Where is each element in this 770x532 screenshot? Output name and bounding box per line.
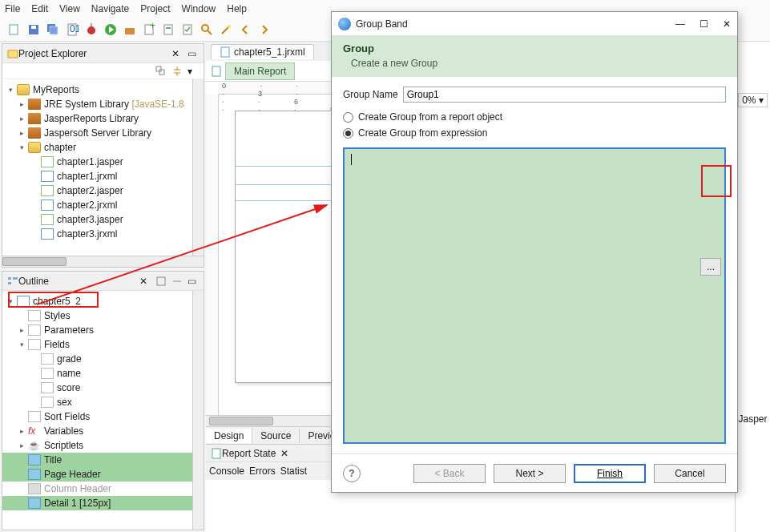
zoom-field[interactable]: 0% ▾ [738, 93, 768, 107]
outline-field-item[interactable]: score [2, 381, 204, 395]
scrollbar-horizontal[interactable] [2, 256, 204, 267]
band-icon [28, 469, 41, 480]
menu-view[interactable]: View [59, 3, 80, 14]
close-tab-icon[interactable]: ✕ [171, 48, 179, 59]
radio-expression[interactable]: Create Group from expression [343, 127, 726, 139]
svg-rect-4 [50, 26, 58, 34]
node-label: grade [57, 353, 82, 365]
outline-field-item[interactable]: grade [2, 352, 204, 366]
run-icon[interactable] [104, 23, 117, 36]
maximize-window-icon[interactable]: ☐ [699, 18, 708, 30]
subtab-console[interactable]: Console [209, 466, 244, 477]
outline-field-item[interactable]: sex [2, 395, 204, 409]
outline-action-2-icon[interactable] [171, 276, 183, 287]
collapse-all-icon[interactable] [155, 66, 167, 77]
menu-edit[interactable]: Edit [31, 3, 48, 14]
back-icon[interactable] [239, 23, 252, 36]
main-report-button[interactable]: Main Report [225, 62, 295, 80]
tree-file[interactable]: chapter1.jrxml [2, 169, 204, 183]
tree-file[interactable]: chapter3.jrxml [2, 227, 204, 241]
tree-chapter-folder[interactable]: ▾chapter [2, 140, 204, 155]
save-icon[interactable] [27, 23, 40, 36]
outline-styles[interactable]: Styles [2, 308, 204, 323]
node-label: Styles [44, 310, 71, 321]
svg-rect-24 [8, 277, 11, 280]
cancel-button[interactable]: Cancel [654, 464, 726, 483]
tree-root-myreports[interactable]: ▾MyReports [2, 83, 204, 97]
outline-min-icon[interactable]: ▭ [187, 276, 199, 287]
new-report-icon[interactable] [162, 23, 175, 36]
outline-band-page-header[interactable]: Page Header [2, 467, 204, 482]
outline-field-item[interactable]: name [2, 366, 204, 381]
outline-tree[interactable]: ▾chapter5_2 Styles ▸Parameters ▾Fields g… [2, 291, 204, 530]
menu-window[interactable]: Window [182, 3, 216, 14]
outline-band-title[interactable]: Title [2, 453, 204, 467]
search-icon[interactable] [200, 23, 213, 36]
subtab-errors[interactable]: Errors [249, 466, 276, 477]
forward-icon[interactable] [258, 23, 271, 36]
tree-jasper-lib[interactable]: ▸JasperReports Library [2, 111, 204, 126]
minimize-window-icon[interactable]: — [675, 18, 685, 30]
outline-fields[interactable]: ▾Fields [2, 337, 204, 352]
build-icon[interactable] [123, 23, 136, 36]
save-all-icon[interactable] [46, 23, 59, 36]
close-tab-icon[interactable]: ✕ [280, 448, 288, 459]
outline-band-column-header[interactable]: Column Header [2, 482, 204, 496]
scrollbar-vertical[interactable] [192, 291, 204, 530]
outline-action-1-icon[interactable] [155, 276, 167, 287]
finish-button[interactable]: Finish [574, 464, 646, 483]
tree-file[interactable]: chapter3.jasper [2, 212, 204, 227]
wand-icon[interactable] [220, 23, 232, 36]
group-name-input[interactable] [403, 87, 726, 103]
compile-icon[interactable] [181, 23, 194, 36]
editor-tab[interactable]: chapter5_1.jrxml [211, 44, 314, 59]
close-tab-icon[interactable]: ✕ [139, 276, 147, 287]
jasper-tab[interactable]: Jasper [738, 413, 767, 425]
outline-band-detail[interactable]: Detail 1 [125px] [2, 496, 204, 510]
new-file-icon[interactable]: + [143, 23, 155, 36]
view-menu-icon[interactable]: ▾ [187, 66, 199, 77]
tab-source[interactable]: Source [252, 429, 300, 443]
scrollbar-vertical[interactable] [192, 79, 204, 256]
tree-file[interactable]: chapter1.jasper [2, 155, 204, 169]
help-button[interactable]: ? [343, 465, 361, 482]
svg-rect-25 [13, 277, 18, 280]
expression-textarea[interactable] [343, 147, 726, 444]
outline-parameters[interactable]: ▸Parameters [2, 323, 204, 337]
field-icon [41, 397, 54, 408]
doc-icon[interactable]: 010 [66, 23, 79, 36]
menu-help[interactable]: Help [227, 3, 247, 14]
outline-sort-fields[interactable]: Sort Fields [2, 409, 204, 424]
menu-file[interactable]: File [5, 3, 20, 14]
group-name-row: Group Name [343, 87, 726, 103]
outline-root[interactable]: ▾chapter5_2 [2, 294, 204, 308]
close-window-icon[interactable]: ✕ [723, 18, 731, 30]
tree-file[interactable]: chapter2.jrxml [2, 198, 204, 212]
outline-scriptlets[interactable]: ▸☕Scriptlets [2, 438, 204, 453]
node-label: Column Header [44, 483, 111, 494]
tree-server-lib[interactable]: ▸Jaspersoft Server Library [2, 126, 204, 140]
tree-jre-lib[interactable]: ▸JRE System Library [JavaSE-1.8 [2, 97, 204, 111]
node-label: sex [57, 397, 72, 408]
new-icon[interactable] [8, 23, 21, 36]
bug-icon[interactable] [85, 23, 98, 36]
radio-checked-icon[interactable] [343, 128, 353, 139]
dialog-titlebar[interactable]: Group Band — ☐ ✕ [332, 12, 737, 36]
outline-variables[interactable]: ▸fxVariables [2, 424, 204, 438]
menu-navigate[interactable]: Navigate [91, 3, 129, 14]
tab-design[interactable]: Design [206, 429, 252, 443]
radio-report-object[interactable]: Create Group from a report object [343, 111, 726, 123]
next-button[interactable]: Next > [494, 464, 566, 483]
radio-unchecked-icon[interactable] [343, 112, 353, 123]
project-tree[interactable]: ▾MyReports ▸JRE System Library [JavaSE-1… [2, 79, 204, 256]
subtab-statistics[interactable]: Statist [280, 466, 307, 477]
menu-project[interactable]: Project [140, 3, 170, 14]
tree-file[interactable]: chapter2.jasper [2, 183, 204, 198]
field-icon [41, 353, 54, 365]
link-editor-icon[interactable] [171, 66, 183, 77]
jrxml-file-icon [41, 171, 54, 182]
back-button[interactable]: < Back [413, 464, 486, 483]
expression-editor-button[interactable]: ... [700, 258, 721, 276]
svg-rect-11 [125, 28, 135, 34]
minimize-icon[interactable]: ▭ [187, 48, 199, 59]
